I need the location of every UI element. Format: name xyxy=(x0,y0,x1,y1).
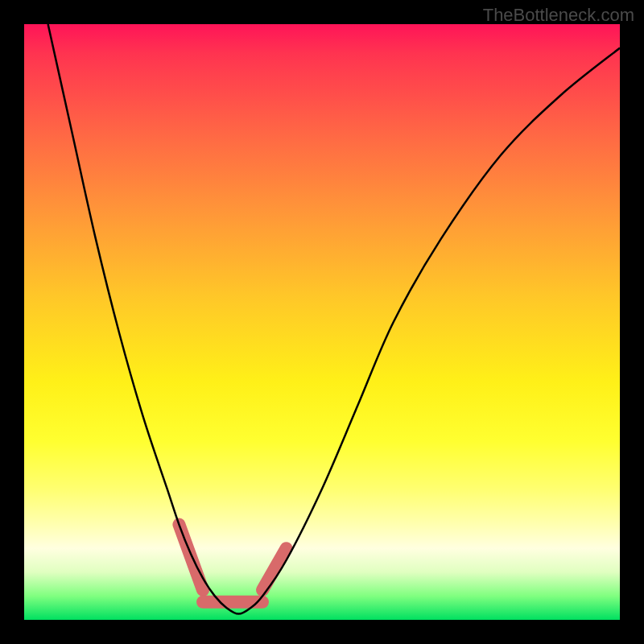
chart-svg xyxy=(24,24,620,620)
curve-layer xyxy=(48,24,620,614)
bottleneck-curve-path xyxy=(48,24,620,614)
plot-area xyxy=(24,24,620,620)
highlight-segment-2 xyxy=(262,548,287,590)
watermark-text: TheBottleneck.com xyxy=(483,5,634,26)
